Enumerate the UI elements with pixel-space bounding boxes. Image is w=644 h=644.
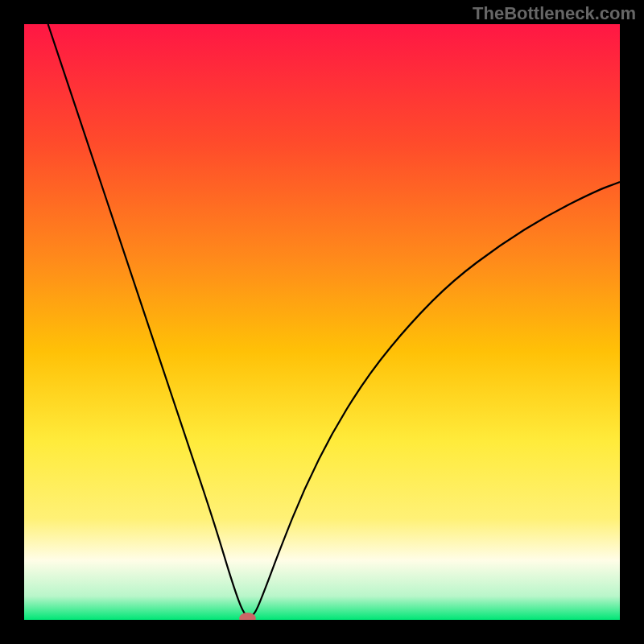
chart-frame: TheBottleneck.com [0, 0, 644, 644]
plot-area [24, 24, 620, 620]
gradient-background [24, 24, 620, 620]
watermark-text: TheBottleneck.com [473, 3, 636, 24]
chart-svg [24, 24, 620, 620]
